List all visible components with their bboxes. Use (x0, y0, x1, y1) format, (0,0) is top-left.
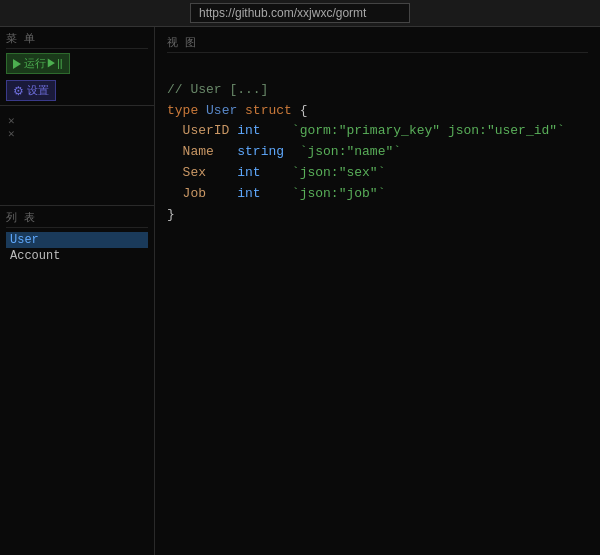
run-button[interactable]: 运行▶|| (6, 53, 70, 74)
list-label: 列 表 (6, 210, 148, 228)
code-type-keyword: type (167, 103, 198, 118)
gear-icon: ⚙ (13, 84, 24, 98)
view-label: 视 图 (167, 35, 588, 53)
list-item-user[interactable]: User (6, 232, 148, 248)
menu-label: 菜 单 (6, 31, 148, 49)
url-input[interactable] (190, 3, 410, 23)
settings-button[interactable]: ⚙ 设置 (6, 80, 56, 101)
code-comment-line: // User [...] (167, 82, 268, 97)
code-struct-name: User (206, 103, 237, 118)
code-type-int3: int (237, 186, 260, 201)
run-button-label: 运行▶|| (24, 56, 63, 71)
code-field-name: Name (183, 144, 214, 159)
tree-section: ✕✕ (0, 106, 154, 206)
code-field-userid: UserID (183, 123, 230, 138)
code-tag-name: `json:"name"` (300, 144, 401, 159)
menu-section: 菜 单 运行▶|| ⚙ 设置 (0, 27, 154, 106)
code-tag-sex: `json:"sex"` (292, 165, 386, 180)
play-icon (13, 59, 21, 69)
right-panel: 视 图 // User [...] type User struct { Use… (155, 27, 600, 555)
code-field-sex: Sex (183, 165, 206, 180)
list-section: 列 表 User Account (0, 206, 154, 555)
code-tag-userid: `gorm:"primary_key" json:"user_id"` (292, 123, 565, 138)
code-close-brace: } (167, 207, 175, 222)
code-tag-job: `json:"job"` (292, 186, 386, 201)
code-type-string: string (237, 144, 284, 159)
url-bar (0, 0, 600, 27)
code-type-int1: int (237, 123, 260, 138)
code-field-job: Job (183, 186, 206, 201)
code-block: // User [...] type User struct { UserID … (167, 59, 588, 246)
main-layout: 菜 单 运行▶|| ⚙ 设置 ✕✕ 列 表 User Account (0, 27, 600, 555)
code-struct-keyword: struct (245, 103, 292, 118)
code-open-brace: { (300, 103, 308, 118)
list-item-account[interactable]: Account (6, 248, 148, 264)
settings-button-label: 设置 (27, 83, 49, 98)
left-panel: 菜 单 运行▶|| ⚙ 设置 ✕✕ 列 表 User Account (0, 27, 155, 555)
code-type-int2: int (237, 165, 260, 180)
tree-placeholder: ✕✕ (6, 110, 148, 144)
